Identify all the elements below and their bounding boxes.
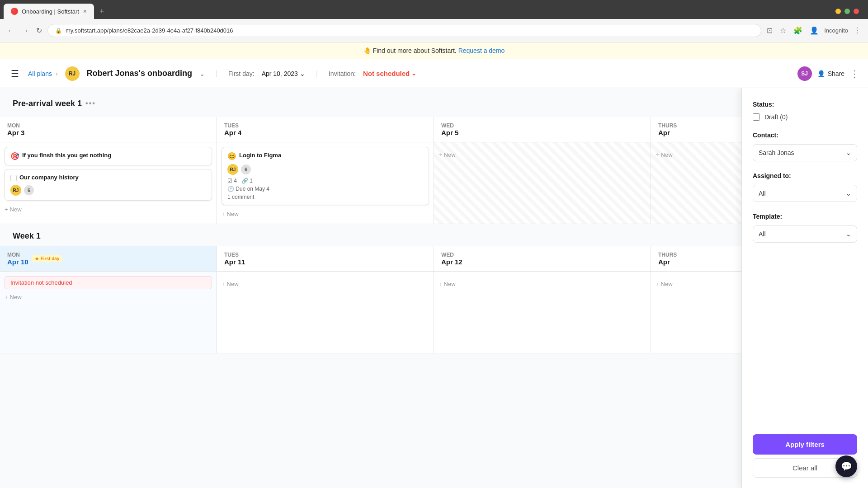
chat-button[interactable]: 💬 [835,455,857,477]
cal-header-mon-apr10: Mon Apr 10 ★ First day [0,246,217,271]
task-detail-figma: ☑ 4 🔗 1 [227,178,423,184]
window-minimize[interactable] [835,9,841,14]
profile-icon[interactable]: 👤 [808,24,821,37]
new-item-btn-thu-week1[interactable]: + New [656,279,673,289]
plan-avatar: RJ [65,66,80,81]
new-icon-thu-pre: + [656,151,659,158]
new-icon-mon-w1: + [5,294,8,300]
first-day-label: First day: [228,70,255,77]
link-icon: 🔗 1 [241,178,253,184]
url-text: my.softstart.app/plans/e82cae2a-2d39-4e4… [66,27,233,34]
extension-icon[interactable]: 🧩 [792,24,804,37]
filter-template-title: Template: [753,213,857,220]
invitation-not-scheduled-badge[interactable]: Invitation not scheduled [5,276,212,289]
first-day-button[interactable]: Apr 10, 2023 ⌄ [262,70,305,77]
favicon: 🔴 [11,8,18,15]
assigned-dropdown[interactable]: All ⌄ [753,185,857,202]
day-name-wed: Wed [441,122,643,129]
week1-header-row: Mon Apr 10 ★ First day Tues Apr 11 Wed A… [0,246,868,272]
new-item-btn-mon-week1[interactable]: + New [5,292,22,302]
sj-avatar: SJ [797,66,812,81]
draft-checkbox[interactable] [753,113,760,121]
all-plans-link[interactable]: All plans [28,70,52,77]
template-value: All [759,230,766,238]
share-button[interactable]: 👤 Share [817,70,844,77]
cal-header-wed-apr5: Wed Apr 5 [434,117,651,142]
task-due-figma: 🕐 Due on May 4 [227,186,423,192]
promo-banner: 🤚 Find out more about Softstart. Request… [0,42,868,59]
week1-date-apr11: Apr 11 [224,258,426,266]
cast-icon[interactable]: ⊡ [765,24,774,37]
not-scheduled-chevron: ⌄ [411,70,416,77]
template-chevron: ⌄ [846,230,851,238]
more-options-button[interactable]: ⋮ [850,68,859,79]
bookmark-icon[interactable]: ☆ [778,24,788,37]
new-item-btn-tue-week1[interactable]: + New [222,279,239,289]
new-icon-mon: + [5,206,8,213]
task-card-figma[interactable]: 😊 Login to Figma RJ 6 ☑ 4 🔗 1 🕐 Due on M… [222,147,429,205]
assigned-value: All [759,190,766,197]
first-day-text: Apr 10, 2023 [262,70,298,77]
breadcrumb: All plans › [28,70,58,77]
address-bar[interactable]: 🔒 my.softstart.app/plans/e82cae2a-2d39-4… [47,24,761,37]
cal-header-tue-apr4: Tues Apr 4 [217,117,434,142]
task-comment-figma: 1 comment [227,194,423,200]
filter-contact-section: Contact: Sarah Jonas ⌄ [753,131,857,161]
window-maximize[interactable] [844,9,850,14]
first-day-badge: ★ First day [32,255,62,262]
filter-template-section: Template: All ⌄ [753,213,857,243]
task-checkbox-company[interactable] [10,175,17,181]
cal-cell-tue-apr11: + New [217,272,434,353]
chat-icon: 💬 [841,461,852,472]
filter-panel: Status: Draft (0) Contact: Sarah Jonas ⌄… [741,88,868,488]
breadcrumb-separator: › [56,70,58,77]
close-tab-btn[interactable]: × [83,8,87,15]
template-dropdown[interactable]: All ⌄ [753,225,857,243]
new-icon-tue-w1: + [222,281,225,287]
day-name-mon: Mon [7,122,209,129]
new-item-btn-tue[interactable]: + New [222,209,239,219]
first-day-chevron: ⌄ [300,70,305,77]
new-item-btn-mon[interactable]: + New [5,204,22,215]
new-tab-button[interactable]: + [96,5,108,18]
apply-filters-button[interactable]: Apply filters [753,434,857,455]
contact-value: Sarah Jonas [759,149,794,156]
menu-button[interactable]: ☰ [9,66,21,81]
new-item-btn-thu-pre[interactable]: + New [656,150,673,160]
new-text-wed: New [444,151,456,158]
cal-cell-tue-apr4: 😊 Login to Figma RJ 6 ☑ 4 🔗 1 🕐 Due on M… [217,142,434,224]
active-tab[interactable]: 🔴 Onboarding | Softstart × [4,4,94,19]
filter-assigned-title: Assigned to: [753,172,857,179]
draft-checkbox-label[interactable]: Draft (0) [753,113,857,121]
task-card-company[interactable]: Our company history RJ 6 [5,169,212,201]
section-menu-dots[interactable]: ••• [85,99,96,108]
new-icon-thu-w1: + [656,281,659,287]
tab-bar: 🔴 Onboarding | Softstart × + [0,0,868,19]
first-day-badge-text: First day [41,256,60,261]
contact-dropdown[interactable]: Sarah Jonas ⌄ [753,144,857,161]
not-scheduled-button[interactable]: Not scheduled ⌄ [363,70,416,77]
new-text-mon: New [10,206,22,213]
more-icon[interactable]: ⋮ [852,24,863,37]
reload-button[interactable]: ↻ [34,24,44,37]
week1-date-apr10: Apr 10 [7,258,28,266]
contact-chevron: ⌄ [846,149,851,156]
task-card-finsh[interactable]: 🎯 If you finsh this you get nothing [5,147,212,165]
tab-title: Onboarding | Softstart [22,8,79,15]
filter-status-section: Status: Draft (0) [753,101,857,121]
request-demo-link[interactable]: Request a demo [458,47,505,54]
not-scheduled-text: Not scheduled [363,70,410,77]
window-close[interactable] [854,9,859,14]
week1-date-apr12: Apr 12 [441,258,643,266]
new-icon-tue: + [222,211,225,217]
new-item-btn-wed-week1[interactable]: + New [439,279,456,289]
forward-button[interactable]: → [20,25,31,37]
new-item-btn-wed[interactable]: + New [439,150,456,160]
task-title-company: Our company history [10,174,206,181]
pre-arrival-header: Pre-arrival week 1 ••• ☑ ⚙ 1 👁 Preview + [0,88,868,117]
invitation-text: Invitation not scheduled [10,279,72,286]
plan-dropdown-button[interactable]: ⌄ [199,70,205,77]
star-icon: ★ [35,256,39,261]
back-button[interactable]: ← [5,25,16,37]
share-icon: 👤 [817,70,825,77]
